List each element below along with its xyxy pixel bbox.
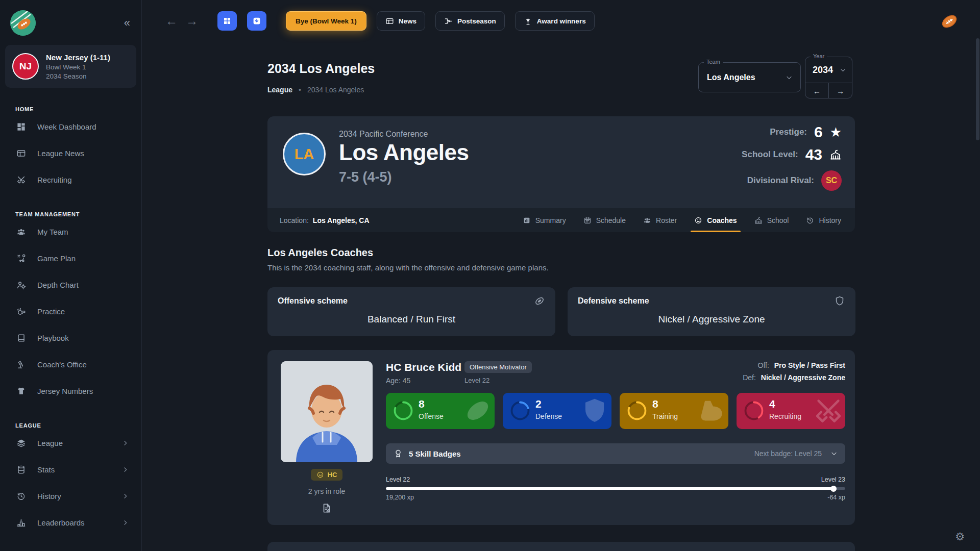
person-gear-icon	[16, 280, 26, 290]
history-icon	[806, 216, 814, 224]
layers-icon	[16, 438, 26, 448]
next-year-button[interactable]: →	[828, 83, 852, 98]
sidebar-item-label: Depth Chart	[37, 281, 129, 289]
location-label: Location:	[280, 216, 309, 224]
collapse-sidebar-icon[interactable]: «	[124, 17, 130, 29]
team-select[interactable]: Team Los Angeles	[698, 62, 801, 92]
scrollbar[interactable]	[976, 0, 979, 551]
location-value: Los Angeles, CA	[313, 216, 370, 224]
tab-school[interactable]: School	[746, 208, 798, 232]
grid-icon	[223, 16, 232, 26]
next-coach-card-partial	[267, 542, 855, 551]
football-logo-icon[interactable]	[939, 11, 960, 32]
stat-label: Defense	[535, 412, 562, 420]
app-logo-icon[interactable]	[10, 10, 36, 36]
sidebar-item-my-team[interactable]: My Team	[5, 218, 136, 245]
coaches-section-description: This is the 2034 coaching staff, along w…	[267, 263, 549, 272]
stat-tile-offense: 8 Offense	[386, 393, 495, 429]
save-button[interactable]	[247, 11, 266, 31]
content-area: 2034 Los Angeles League • 2034 Los Angel…	[267, 0, 855, 551]
xp-progress-fill	[386, 487, 834, 490]
team-name: Los Angeles	[339, 140, 469, 165]
prev-year-button[interactable]: ←	[805, 83, 828, 98]
sidebar-section-team-management: TEAM MANAGEMENT	[15, 211, 136, 217]
back-arrow-icon[interactable]: ←	[161, 14, 182, 28]
defensive-scheme-card: Defensive scheme Nickel / Aggressive Zon…	[568, 287, 855, 336]
offensive-scheme-value: Balanced / Run First	[278, 314, 545, 325]
rival-label: Divisional Rival:	[747, 176, 814, 186]
school-icon	[754, 216, 763, 224]
coach-level: Level 22	[464, 377, 532, 384]
sidebar-section-home: HOME	[15, 106, 136, 112]
swords-icon	[813, 395, 844, 427]
user-team-avatar: NJ	[12, 53, 39, 80]
database-icon	[16, 465, 26, 474]
sidebar-item-coachs-office[interactable]: Coach's Office	[5, 351, 136, 378]
sidebar-item-stats[interactable]: Stats	[5, 456, 136, 483]
tab-schedule[interactable]: Schedule	[575, 208, 634, 232]
tab-coaches[interactable]: Coaches	[685, 208, 745, 232]
sidebar-item-practice[interactable]: Practice	[5, 298, 136, 324]
sidebar-item-recruiting[interactable]: Recruiting	[5, 166, 136, 193]
medal-icon	[393, 448, 403, 459]
contract-icon[interactable]	[321, 503, 332, 514]
conference-label: 2034 Pacific Conference	[339, 130, 428, 139]
sidebar-item-label: Practice	[37, 307, 129, 316]
skill-badges-row[interactable]: 5 Skill Badges Next badge: Level 25	[386, 443, 845, 464]
sidebar-item-week-dashboard[interactable]: Week Dashboard	[5, 113, 136, 140]
team-select-label: Team	[704, 59, 723, 65]
prestige-label: Prestige:	[770, 127, 807, 137]
sidebar-item-label: Game Plan	[37, 254, 129, 263]
settings-gear-icon[interactable]: ⚙	[955, 531, 965, 543]
face-icon	[694, 216, 702, 224]
sidebar-item-label: Stats	[37, 465, 110, 474]
rival-team-avatar[interactable]: SC	[821, 170, 842, 191]
coach-portrait	[281, 361, 373, 462]
coach-role-label: HC	[328, 471, 337, 479]
sidebar-item-game-plan[interactable]: Game Plan	[5, 245, 136, 271]
strategy-icon	[16, 254, 26, 263]
sidebar: « NJ New Jersey (1-11) Bowl Week 1 2034 …	[0, 0, 142, 551]
history-icon	[16, 491, 26, 501]
sidebar-item-league-news[interactable]: League News	[5, 140, 136, 166]
sidebar-item-league[interactable]: League	[5, 430, 136, 456]
team-header-card: LA 2034 Pacific Conference Los Angeles 7…	[267, 116, 855, 232]
coach-tenure: 2 yrs in role	[281, 487, 373, 495]
off-label: Off:	[758, 361, 769, 369]
year-select[interactable]: 2034	[805, 57, 852, 83]
user-team-card[interactable]: NJ New Jersey (1-11) Bowl Week 1 2034 Se…	[5, 45, 136, 88]
breadcrumb-league-link[interactable]: League	[267, 86, 292, 94]
coach-role-chip: HC	[311, 469, 343, 481]
sidebar-item-label: My Team	[37, 228, 129, 236]
coach-trait-badge: Offensive Motivator	[464, 361, 532, 373]
dashboard-view-button[interactable]	[217, 11, 237, 31]
bicep-icon	[696, 395, 727, 427]
scrollbar-thumb[interactable]	[976, 38, 979, 140]
shield-icon	[834, 295, 845, 307]
sidebar-item-depth-chart[interactable]: Depth Chart	[5, 271, 136, 298]
main-area: ← → Bye (Bowl Week 1) News Postseason Aw…	[142, 0, 980, 551]
newspaper-icon	[16, 148, 26, 158]
stat-tile-recruiting: 4 Recruiting	[737, 393, 845, 429]
year-select-value: 2034	[813, 65, 833, 76]
tab-roster[interactable]: Roster	[634, 208, 685, 232]
sidebar-item-label: Week Dashboard	[37, 122, 129, 131]
sidebar-item-history[interactable]: History	[5, 483, 136, 509]
tab-history[interactable]: History	[797, 208, 850, 232]
sidebar-item-playbook[interactable]: Playbook	[5, 324, 136, 351]
sidebar-item-jersey-numbers[interactable]: Jersey Numbers	[5, 378, 136, 404]
stat-value: 4	[769, 398, 775, 410]
prestige-row: Prestige: 6 ★	[770, 123, 842, 141]
stat-label: Recruiting	[769, 412, 801, 420]
sidebar-item-leaderboards[interactable]: Leaderboards	[5, 509, 136, 536]
year-select-label: Year	[811, 53, 827, 59]
tab-label: Summary	[535, 216, 566, 224]
people-icon	[16, 227, 26, 237]
swords-icon	[16, 175, 26, 185]
shield-icon	[579, 395, 610, 427]
defensive-scheme-value: Nickel / Aggressive Zone	[578, 314, 845, 325]
chevron-right-icon	[121, 519, 129, 527]
stat-value: 2	[535, 398, 542, 410]
tab-summary[interactable]: Summary	[514, 208, 575, 232]
forward-arrow-icon[interactable]: →	[182, 14, 202, 28]
